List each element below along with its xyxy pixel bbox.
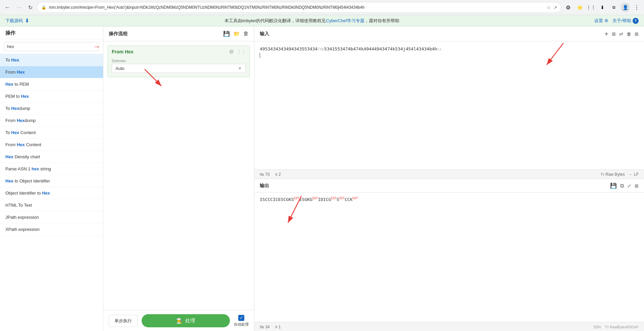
address-url: mm.imbyter.com/#recipe=From_Hex('Auto')&… (49, 5, 544, 10)
center-header: 操作流程 💾 📁 🗑 (103, 27, 254, 41)
extension-icon-3[interactable]: ⋮⋮ (586, 3, 596, 12)
extension-icon-1[interactable]: ⚙ (563, 3, 573, 12)
sidebar-item-hex-density[interactable]: Hex Density chart (0, 151, 103, 163)
sidebar-item-from-hexdump[interactable]: From Hexdump (0, 115, 103, 127)
sidebar-item-to-hex[interactable]: To Hex (0, 54, 103, 66)
input-chars-stat: № 70 (260, 172, 270, 177)
recipe-card-title: From Hex (112, 49, 134, 54)
window-icon[interactable]: ⧉ (609, 3, 618, 12)
drag-handle-icon[interactable]: ⋮⋮ (237, 49, 246, 54)
output-text: ISCCCICESCGKSEOTESGKGEOTIDICGEOTSEOTCCKE… (260, 197, 639, 202)
output-stats-left: № 34 ≡ 1 (260, 325, 281, 329)
input-header-actions: + ⊞ ⇄ 🗑 ⊞ (604, 31, 639, 37)
auto-process-container: ✓ 自动处理 (234, 315, 249, 327)
auto-process-checkbox[interactable]: ✓ (238, 315, 244, 321)
sidebar-item-hex-to-oid[interactable]: Hex to Object Identifier (0, 175, 103, 187)
cyberchef-link[interactable]: CyberChef学习专题 (326, 18, 364, 23)
search-input[interactable] (4, 42, 99, 51)
sidebar-item-parse-asn1[interactable]: Parse ASN.1 hex string (0, 163, 103, 175)
input-stats-right: Tт Raw Bytes ← LF (601, 172, 639, 177)
download-source-label: 下载源码 (5, 18, 23, 24)
search-box: → (0, 39, 103, 54)
output-chars-stat: № 34 (260, 325, 270, 329)
input-stats-left: № 70 ≡ 2 (260, 172, 281, 177)
search-arrow-icon: → (93, 42, 100, 51)
new-tab-icon[interactable]: ⊞ (612, 31, 616, 37)
sidebar-item-to-hex-content[interactable]: To Hex Content (0, 127, 103, 139)
settings-link[interactable]: 设置 ⚙ (594, 18, 608, 24)
download-arrow-icon: ⬇ (25, 17, 29, 24)
input-stats-bar: № 70 ≡ 2 Tт Raw Bytes ← LF (254, 169, 644, 179)
output-stats-right: 3DN Tт RawBytes0OO≡F (593, 325, 639, 329)
sidebar-item-hex-to-pem[interactable]: Hex to PEM (0, 78, 103, 90)
download-icon[interactable]: ⬇ (598, 3, 607, 12)
sidebar-item-jpath[interactable]: JPath expression (0, 211, 103, 223)
delimiter-value: Auto ▼ (112, 64, 246, 73)
recipe-card-header: From Hex ⊘ ⋮⋮ (108, 46, 250, 57)
input-lines-stat: ≡ 2 (275, 172, 281, 177)
save-recipe-icon[interactable]: 💾 (223, 31, 230, 37)
sidebar-item-oid-to-hex[interactable]: Object Identifier to Hex (0, 187, 103, 199)
profile-icon[interactable]: 👤 (621, 3, 630, 12)
sidebar-item-from-hex-content[interactable]: From Hex Content (0, 139, 103, 151)
center-header-actions: 💾 📁 🗑 (223, 31, 249, 37)
output-lines-stat: ≡ 1 (275, 325, 281, 329)
input-area[interactable]: 495343434349434355343474b5341553474b474k… (254, 41, 644, 169)
process-label: 处理 (185, 318, 195, 324)
output-header: 输出 💾 ⧉ ⤢ ⊞ (254, 179, 644, 193)
sidebar-item-html-to-text[interactable]: HTML To Text (0, 199, 103, 211)
expand-input-icon[interactable]: ⊞ (635, 31, 639, 37)
fullscreen-output-icon[interactable]: ⊞ (635, 183, 639, 189)
input-content: 4953434343494343553434 (260, 46, 317, 51)
copy-output-icon[interactable]: ⧉ (620, 183, 624, 189)
swap-icon[interactable]: ⇄ (619, 31, 623, 37)
extension-icon-2[interactable]: ⭐ (575, 3, 584, 12)
sidebar-item-xpath[interactable]: XPath expression (0, 223, 103, 236)
load-recipe-icon[interactable]: 📁 (233, 31, 240, 37)
recipe-card-controls: ⊘ ⋮⋮ (229, 48, 246, 55)
back-button[interactable]: ← (3, 3, 12, 12)
right-panel: 输入 + ⊞ ⇄ 🗑 ⊞ 495343434349434355343474b53… (254, 27, 644, 331)
sidebar-item-to-hexdump[interactable]: To Hexdump (0, 102, 103, 115)
announcement-bar: 下载源码 ⬇ 本工具由imbyter的代码酷汉化翻译，详细使用教程见CyberC… (0, 15, 644, 27)
help-label: 关于/帮助 (612, 18, 631, 24)
menu-icon[interactable]: ⋮ (632, 3, 641, 12)
expand-output-icon[interactable]: ⤢ (627, 183, 631, 189)
help-icon: ? (633, 18, 639, 24)
disable-step-icon[interactable]: ⊘ (229, 48, 234, 55)
raw-bytes-label[interactable]: Tт Raw Bytes (601, 172, 625, 177)
add-input-icon[interactable]: + (604, 31, 608, 37)
share-icon[interactable]: ↗ (553, 5, 557, 10)
output-encoding-info: 3DN (593, 325, 601, 329)
download-source-link[interactable]: 下载源码 ⬇ (5, 17, 29, 24)
dropdown-chevron-icon[interactable]: ▼ (238, 66, 242, 71)
output-stats-bar: № 34 ≡ 1 3DN Tт RawBytes0OO≡F (254, 322, 644, 331)
auto-process-label: 自动处理 (234, 322, 249, 327)
step-button[interactable]: 单步执行 (109, 315, 138, 327)
browser-toolbar: ← → ↻ 🔒 mm.imbyter.com/#recipe=From_Hex(… (0, 0, 644, 15)
recipe-card-body: Delimiter Auto ▼ (108, 57, 250, 77)
input-section: 输入 + ⊞ ⇄ 🗑 ⊞ 495343434349434355343474b53… (254, 27, 644, 179)
input-header: 输入 + ⊞ ⇄ 🗑 ⊞ (254, 27, 644, 41)
clear-recipe-icon[interactable]: 🗑 (243, 31, 249, 37)
input-title: 输入 (260, 31, 269, 37)
settings-label: 设置 (594, 18, 603, 24)
process-button[interactable]: 👨‍🍳 处理 (142, 314, 230, 327)
forward-button[interactable]: → (14, 3, 23, 12)
reload-button[interactable]: ↻ (26, 3, 35, 12)
sidebar-item-from-hex[interactable]: From Hex (0, 66, 103, 78)
sidebar-item-pem-to-hex[interactable]: PEM to Hex (0, 90, 103, 102)
clear-input-icon[interactable]: 🗑 (627, 31, 631, 37)
lf-label[interactable]: ← LF (629, 172, 639, 177)
sidebar: 操作 → To Hex From Hex Hex to PEM PEM to H… (0, 27, 103, 331)
input-cx-suffix: cx (437, 47, 442, 51)
address-bar[interactable]: 🔒 mm.imbyter.com/#recipe=From_Hex('Auto'… (37, 2, 561, 13)
announcement-center: 本工具由imbyter的代码酷汉化翻译，详细使用教程见CyberChef学习专题… (225, 18, 399, 24)
bookmark-icon[interactable]: ☆ (547, 5, 551, 10)
save-output-icon[interactable]: 💾 (610, 182, 617, 189)
settings-gear-icon: ⚙ (604, 18, 608, 23)
input-cursor (260, 53, 260, 58)
delimiter-label: Delimiter (112, 59, 246, 63)
help-link[interactable]: 关于/帮助 ? (612, 18, 639, 24)
center-bottom: 单步执行 👨‍🍳 处理 ✓ 自动处理 (103, 310, 254, 331)
